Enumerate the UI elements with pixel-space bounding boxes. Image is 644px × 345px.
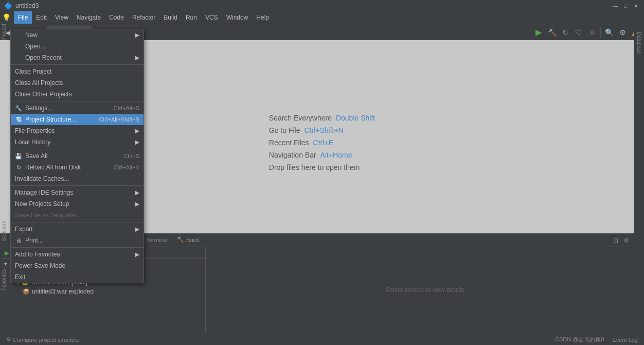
services-detail-text: Select service to view details — [385, 286, 464, 294]
menu-export[interactable]: Export ▶ — [11, 223, 144, 235]
menu-file[interactable]: File — [14, 11, 32, 24]
war-label: untitled3:war exploded — [32, 288, 94, 295]
toolbar-right: ▶ 🔨 ↻ 🛡 ⏹ 🔍 ⚙ 🔔 — [532, 26, 642, 39]
tab-build[interactable]: 🔨 Build — [173, 235, 203, 245]
sep-2 — [11, 101, 144, 101]
menu-exit[interactable]: Exit — [11, 271, 144, 283]
favorites-arrow: ▶ — [135, 251, 139, 258]
right-sidebar: Database — [634, 29, 644, 334]
manage-ide-arrow: ▶ — [135, 189, 139, 196]
menu-open-recent[interactable]: Open Recent ▶ — [11, 52, 144, 63]
menu-window[interactable]: Window — [222, 11, 253, 24]
new-projects-arrow: ▶ — [135, 200, 139, 208]
menu-add-favorites[interactable]: Add to Favorites ▶ — [11, 249, 144, 260]
structure-panel-label[interactable]: Structure — [0, 217, 10, 245]
configure-icon: ⚙ — [6, 336, 11, 343]
stop-button[interactable]: ⏹ — [586, 26, 598, 39]
project-panel-label[interactable]: Project — [0, 21, 10, 43]
menu-bar: 💡 File Edit View Navigate Code Refactor … — [0, 11, 644, 24]
title-bar-title: untitled3 — [15, 2, 39, 9]
reload-icon: ↻ — [15, 164, 22, 171]
project-structure-icon: 🏗 — [15, 116, 22, 123]
favorites-panel-label[interactable]: Favorites — [0, 266, 10, 294]
menu-open[interactable]: Open... — [11, 41, 144, 52]
app-icon: 🔷 — [4, 2, 12, 10]
build-icon: 🔨 — [177, 236, 184, 243]
open-recent-arrow: ▶ — [135, 54, 139, 61]
run-button[interactable]: ▶ — [532, 26, 545, 39]
menu-run[interactable]: Run — [182, 11, 201, 24]
menu-project-structure[interactable]: 🏗 Project Structure... Ctrl+Alt+Shift+S — [11, 114, 144, 125]
services-detail: Select service to view details — [206, 247, 644, 333]
maximize-button[interactable]: □ — [621, 2, 630, 10]
database-panel-label[interactable]: Database — [635, 29, 643, 57]
search-everywhere-hint: Search Everywhere Double Shift — [269, 114, 375, 122]
file-menu-dropdown: New ▶ Open... Open Recent ▶ Close Projec… — [10, 29, 144, 283]
welcome-content: Search Everywhere Double Shift Go to Fil… — [269, 110, 375, 176]
services-settings-btn[interactable]: ⚙ — [621, 236, 631, 245]
menu-new-projects-setup[interactable]: New Projects Setup ▶ — [11, 198, 144, 210]
menu-file-properties[interactable]: File Properties ▶ — [11, 125, 144, 136]
menu-local-history[interactable]: Local History ▶ — [11, 136, 144, 148]
title-bar-left: 🔷 untitled3 — [4, 2, 39, 10]
sep-5 — [11, 222, 144, 222]
save-icon: 💾 — [15, 153, 22, 160]
menu-help[interactable]: Help — [252, 11, 273, 24]
settings-button[interactable]: ⚙ — [616, 26, 629, 39]
war-icon: 📦 — [23, 288, 30, 295]
sep-6 — [11, 247, 144, 248]
status-right-text: CSDN @会飞的鱼0 — [553, 336, 606, 343]
coverage-button[interactable]: 🛡 — [573, 26, 585, 39]
toolbar-sep-2 — [600, 27, 601, 38]
menu-close-project[interactable]: Close Project — [11, 66, 144, 77]
sep-1 — [11, 64, 144, 65]
event-log-btn[interactable]: Event Log — [610, 337, 640, 343]
title-bar-controls: — □ ✕ — [611, 2, 640, 10]
menu-edit[interactable]: Edit — [32, 11, 51, 24]
status-bar-right: CSDN @会飞的鱼0 Event Log — [553, 336, 640, 343]
menu-power-save[interactable]: Power Save Mode — [11, 260, 144, 271]
reload-button[interactable]: ↻ — [559, 26, 571, 39]
print-icon: 🖨 — [15, 237, 22, 244]
menu-new[interactable]: New ▶ — [11, 29, 144, 41]
menu-refactor[interactable]: Refactor — [128, 11, 159, 24]
app-logo-icon: 💡 — [2, 13, 11, 22]
menu-view[interactable]: View — [51, 11, 73, 24]
local-history-arrow: ▶ — [135, 139, 139, 146]
file-props-arrow: ▶ — [135, 127, 139, 134]
menu-save-template: Save File as Template... — [11, 210, 144, 221]
build-button[interactable]: 🔨 — [546, 26, 558, 39]
sep-4 — [11, 185, 144, 186]
configure-project-btn[interactable]: ⚙ Configure project structure — [4, 336, 82, 343]
minimize-button[interactable]: — — [611, 2, 619, 10]
sep-3 — [11, 149, 144, 149]
navigation-bar-hint: Navigation Bar Alt+Home — [269, 151, 375, 159]
menu-settings[interactable]: 🔧 Settings... Ctrl+Alt+S — [11, 102, 144, 114]
menu-navigate[interactable]: Navigate — [73, 11, 105, 24]
title-bar: 🔷 untitled3 — □ ✕ — [0, 0, 644, 11]
new-arrow: ▶ — [135, 31, 139, 39]
menu-code[interactable]: Code — [105, 11, 128, 24]
services-expand-btn[interactable]: ⊡ — [611, 236, 620, 245]
menu-invalidate-caches[interactable]: Invalidate Caches... — [11, 173, 144, 184]
configure-label: Configure project structure — [13, 337, 80, 343]
menu-build[interactable]: Build — [159, 11, 182, 24]
menu-reload-all[interactable]: ↻ Reload All from Disk Ctrl+Alt+Y — [11, 162, 144, 173]
status-bar: ⚙ Configure project structure CSDN @会飞的鱼… — [0, 334, 644, 345]
menu-close-all-projects[interactable]: Close All Projects — [11, 77, 144, 89]
goto-file-hint: Go to File Ctrl+Shift+N — [269, 126, 375, 134]
drop-files-hint: Drop files here to open them — [269, 163, 375, 171]
close-button[interactable]: ✕ — [632, 2, 640, 10]
menu-manage-ide[interactable]: Manage IDE Settings ▶ — [11, 187, 144, 198]
menu-vcs[interactable]: VCS — [201, 11, 222, 24]
menu-print[interactable]: 🖨 Print... — [11, 235, 144, 246]
menu-save-all[interactable]: 💾 Save All Ctrl+S — [11, 150, 144, 162]
menu-close-other-projects[interactable]: Close Other Projects — [11, 89, 144, 100]
export-arrow: ▶ — [135, 226, 139, 233]
recent-files-hint: Recent Files Ctrl+E — [269, 139, 375, 147]
search-everywhere-button[interactable]: 🔍 — [603, 26, 615, 39]
tree-war-exploded[interactable]: 📦 untitled3:war exploded — [0, 287, 205, 296]
settings-icon: 🔧 — [15, 105, 22, 112]
